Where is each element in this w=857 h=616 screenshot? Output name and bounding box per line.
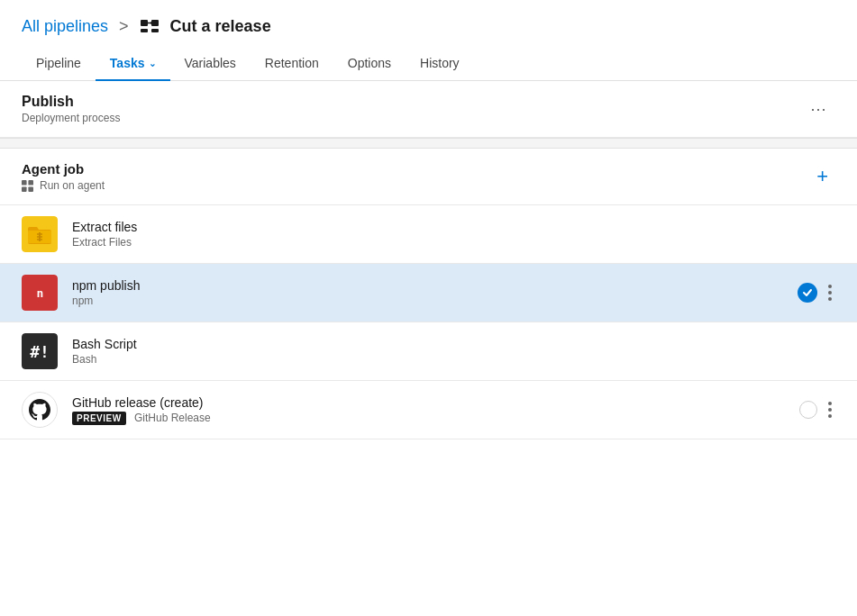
task-item-github-release[interactable]: GitHub release (create) PREVIEW GitHub R…: [0, 381, 857, 439]
extract-files-icon: [22, 216, 58, 252]
npm-publish-info: npm publish npm: [72, 278, 798, 307]
svg-rect-0: [141, 20, 148, 26]
dot-1: [828, 402, 832, 405]
github-release-radio: [799, 401, 817, 419]
tab-history[interactable]: History: [406, 47, 474, 81]
tasks-chevron-icon: ⌄: [149, 59, 156, 68]
extract-files-name: Extract files: [72, 220, 835, 234]
breadcrumb-separator: >: [119, 17, 129, 36]
preview-badge: PREVIEW: [72, 412, 126, 425]
page-title: Cut a release: [170, 17, 271, 36]
agent-job-info: Agent job Run on agent: [22, 161, 105, 192]
bash-script-name: Bash Script: [72, 337, 835, 351]
npm-publish-name: npm publish: [72, 278, 798, 293]
breadcrumb-link[interactable]: All pipelines: [22, 17, 108, 36]
agent-job-subtitle: Run on agent: [22, 179, 105, 192]
section-divider: [0, 138, 857, 149]
dot-1: [828, 285, 832, 288]
dot-2: [828, 291, 832, 294]
tab-options[interactable]: Options: [333, 47, 406, 81]
tab-tasks[interactable]: Tasks ⌄: [96, 47, 170, 81]
dot-3: [828, 414, 832, 418]
agent-job-section: Agent job Run on agent +: [0, 149, 857, 205]
task-item-npm-publish[interactable]: n npm publish npm: [0, 264, 857, 322]
publish-section: Publish Deployment process ⋯: [0, 81, 857, 138]
npm-publish-actions: [798, 281, 835, 304]
agent-job-title: Agent job: [22, 161, 105, 177]
svg-rect-3: [151, 29, 159, 32]
github-release-dots-button[interactable]: [825, 398, 835, 421]
github-release-name: GitHub release (create): [72, 395, 799, 410]
dot-2: [828, 408, 832, 412]
github-release-info: GitHub release (create) PREVIEW GitHub R…: [72, 395, 799, 424]
svg-rect-7: [28, 180, 33, 186]
nav-tabs: Pipeline Tasks ⌄ Variables Retention Opt…: [0, 47, 857, 81]
page-header: All pipelines > Cut a release: [0, 0, 857, 47]
svg-rect-1: [151, 20, 159, 26]
github-release-actions: [799, 398, 835, 421]
task-item-extract-files[interactable]: Extract files Extract Files: [0, 205, 857, 264]
publish-title: Publish: [22, 94, 120, 110]
svg-rect-6: [22, 180, 27, 186]
tab-pipeline[interactable]: Pipeline: [22, 47, 96, 81]
publish-more-button[interactable]: ⋯: [803, 97, 835, 121]
publish-subtitle: Deployment process: [22, 112, 120, 124]
npm-publish-type: npm: [72, 294, 798, 307]
svg-rect-9: [28, 187, 33, 193]
bash-script-info: Bash Script Bash: [72, 337, 835, 366]
npm-publish-dots-button[interactable]: [825, 281, 835, 304]
content-area: Publish Deployment process ⋯ Agent job R…: [0, 81, 857, 439]
pipeline-icon: [140, 16, 160, 36]
github-release-type: PREVIEW GitHub Release: [72, 412, 799, 424]
dot-3: [828, 297, 832, 301]
add-task-button[interactable]: +: [809, 163, 835, 190]
bash-script-type: Bash: [72, 353, 835, 366]
run-on-agent-icon: [22, 179, 36, 192]
svg-rect-8: [22, 187, 27, 193]
task-item-bash-script[interactable]: #! Bash Script Bash: [0, 322, 857, 381]
github-release-icon: [22, 392, 58, 428]
publish-info: Publish Deployment process: [22, 94, 120, 124]
extract-files-info: Extract files Extract Files: [72, 220, 835, 249]
extract-files-type: Extract Files: [72, 236, 835, 249]
npm-publish-check-icon: [798, 283, 817, 303]
bash-script-icon: #!: [22, 333, 58, 369]
tab-retention[interactable]: Retention: [251, 47, 333, 81]
svg-rect-2: [141, 29, 148, 32]
tab-variables[interactable]: Variables: [170, 47, 251, 81]
npm-publish-icon: n: [22, 275, 58, 311]
